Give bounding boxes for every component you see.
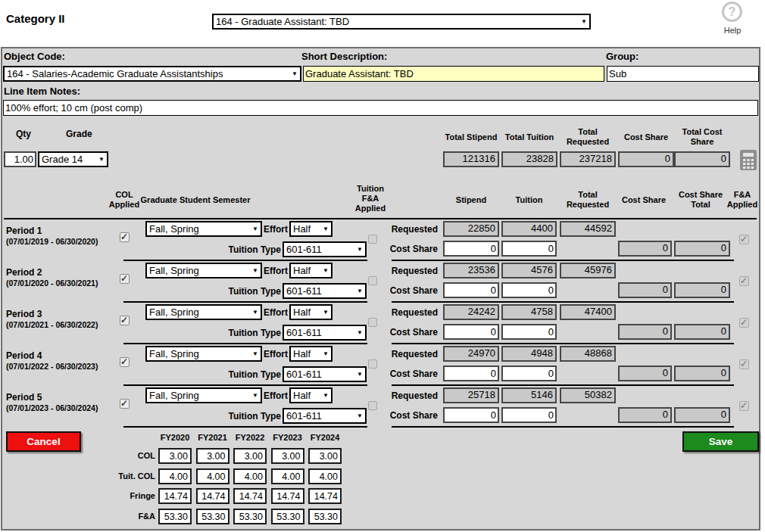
rate-input[interactable] bbox=[233, 488, 267, 504]
cost-share-stipend-input[interactable] bbox=[443, 366, 499, 381]
rate-input[interactable] bbox=[233, 509, 267, 524]
requested-tuition-field: 4576 bbox=[501, 263, 557, 278]
grade-select[interactable]: Grade 14 ▼ bbox=[38, 151, 108, 167]
cost-share-field: 0 bbox=[618, 407, 672, 423]
cost-share-stipend-input[interactable] bbox=[443, 282, 499, 298]
short-description-label: Short Description: bbox=[301, 51, 387, 62]
chevron-down-icon: ▼ bbox=[581, 19, 587, 25]
cost-share-tuition-input[interactable] bbox=[501, 366, 557, 381]
effort-select[interactable]: Half ▼ bbox=[289, 221, 333, 237]
period-name: Period 4 bbox=[6, 350, 42, 361]
tuition-type-select[interactable]: 601-611 ▼ bbox=[283, 283, 367, 299]
period-row: Period 2 (07/01/2020 - 06/30/2021) Fall,… bbox=[2, 261, 759, 303]
requested-total-field: 45976 bbox=[560, 263, 616, 278]
effort-select[interactable]: Half ▼ bbox=[289, 304, 333, 320]
requested-stipend-field: 22850 bbox=[443, 221, 499, 237]
rate-input[interactable] bbox=[308, 468, 342, 484]
effort-select-value: Half bbox=[293, 306, 311, 318]
semester-select[interactable]: Fall, Spring ▼ bbox=[145, 304, 262, 320]
cost-share-stipend-input[interactable] bbox=[443, 324, 499, 340]
cost-share-stipend-input[interactable] bbox=[443, 407, 499, 423]
total-value-field: 0 bbox=[674, 151, 730, 167]
calculator-icon[interactable] bbox=[740, 150, 757, 173]
period-dates: (07/01/2023 - 06/30/2024) bbox=[6, 403, 98, 412]
cost-share-tuition-input[interactable] bbox=[501, 407, 557, 423]
effort-select-value: Half bbox=[293, 348, 311, 359]
rate-input[interactable] bbox=[196, 468, 230, 484]
col-applied-checkbox[interactable] bbox=[120, 232, 130, 242]
col-applied-checkbox[interactable] bbox=[120, 357, 130, 367]
group-input[interactable] bbox=[607, 66, 759, 82]
row-divider-left bbox=[123, 426, 367, 428]
rate-input[interactable] bbox=[233, 448, 267, 464]
tuition-type-select[interactable]: 601-611 ▼ bbox=[283, 408, 367, 424]
rate-row: Tuit. COL bbox=[2, 468, 759, 484]
line-item-select[interactable]: 164 - Graduate Assistant: TBD ▼ bbox=[212, 14, 591, 30]
total-value-field: 237218 bbox=[560, 151, 616, 167]
semester-select[interactable]: Fall, Spring ▼ bbox=[145, 387, 262, 403]
qty-input[interactable] bbox=[4, 151, 36, 167]
rate-input[interactable] bbox=[271, 509, 304, 524]
rate-input[interactable] bbox=[158, 468, 192, 484]
semester-select[interactable]: Fall, Spring ▼ bbox=[145, 221, 262, 237]
semester-select-value: Fall, Spring bbox=[149, 223, 199, 235]
cost-share-field: 0 bbox=[618, 324, 672, 340]
semester-select[interactable]: Fall, Spring ▼ bbox=[145, 346, 262, 362]
cost-share-tuition-input[interactable] bbox=[501, 282, 557, 298]
short-description-input[interactable] bbox=[303, 66, 604, 82]
rate-input[interactable] bbox=[308, 488, 342, 504]
requested-stipend-field: 23536 bbox=[443, 263, 499, 278]
tuition-type-select-value: 601-611 bbox=[286, 327, 322, 338]
fiscal-year-header: FY2023 bbox=[270, 433, 305, 443]
help-icon[interactable]: ? bbox=[722, 2, 742, 22]
tuition-type-select[interactable]: 601-611 ▼ bbox=[283, 241, 367, 257]
cost-share-tuition-input[interactable] bbox=[501, 324, 557, 340]
cost-share-total-field: 0 bbox=[674, 407, 730, 423]
cost-share-stipend-input[interactable] bbox=[443, 241, 499, 257]
cost-share-tuition-input[interactable] bbox=[501, 241, 557, 257]
object-code-select[interactable]: 164 - Salaries-Academic Graduate Assista… bbox=[3, 66, 301, 82]
line-item-notes-input[interactable] bbox=[3, 100, 758, 116]
rate-input[interactable] bbox=[158, 488, 192, 504]
cost-share-field: 0 bbox=[618, 241, 672, 257]
effort-select[interactable]: Half ▼ bbox=[289, 263, 333, 278]
rate-input[interactable] bbox=[308, 509, 342, 524]
tuition-type-select[interactable]: 601-611 ▼ bbox=[283, 366, 367, 382]
chevron-down-icon: ▼ bbox=[323, 310, 329, 316]
question-mark-glyph: ? bbox=[729, 5, 736, 19]
tuition-type-label: Tuition Type bbox=[224, 411, 281, 422]
rate-input[interactable] bbox=[196, 488, 230, 504]
semester-select[interactable]: Fall, Spring ▼ bbox=[145, 263, 262, 278]
requested-tuition-field: 4758 bbox=[501, 304, 557, 320]
rate-input[interactable] bbox=[158, 448, 192, 464]
chevron-down-icon: ▼ bbox=[357, 372, 363, 378]
rate-input[interactable] bbox=[271, 448, 304, 464]
effort-select[interactable]: Half ▼ bbox=[289, 346, 333, 362]
rate-input[interactable] bbox=[271, 468, 304, 484]
period-row: Period 1 (07/01/2019 - 06/30/2020) Fall,… bbox=[2, 219, 759, 261]
rate-input[interactable] bbox=[271, 488, 304, 504]
rate-input[interactable] bbox=[196, 509, 230, 524]
tuition-type-select[interactable]: 601-611 ▼ bbox=[283, 325, 367, 341]
chevron-down-icon: ▼ bbox=[323, 268, 329, 274]
col-applied-checkbox[interactable] bbox=[120, 316, 130, 325]
requested-tuition-field: 4400 bbox=[501, 221, 557, 237]
effort-select-value: Half bbox=[293, 390, 311, 401]
rate-input[interactable] bbox=[196, 448, 230, 464]
cost-share-field: 0 bbox=[618, 282, 672, 298]
period-row: Period 4 (07/01/2022 - 06/30/2023) Fall,… bbox=[2, 344, 759, 386]
rate-input[interactable] bbox=[233, 468, 267, 484]
cost-share-total-field: 0 bbox=[674, 282, 730, 298]
tuition-fa-applied-checkbox bbox=[368, 235, 377, 244]
col-applied-checkbox[interactable] bbox=[120, 399, 130, 409]
period-dates: (07/01/2019 - 06/30/2020) bbox=[6, 237, 98, 246]
effort-select[interactable]: Half ▼ bbox=[289, 387, 333, 403]
fiscal-year-header: FY2024 bbox=[308, 433, 342, 443]
rate-input[interactable] bbox=[308, 448, 342, 464]
chevron-down-icon: ▼ bbox=[357, 330, 363, 336]
chevron-down-icon: ▼ bbox=[323, 393, 329, 399]
chevron-down-icon: ▼ bbox=[252, 310, 258, 316]
rate-input[interactable] bbox=[158, 509, 192, 524]
col-applied-checkbox[interactable] bbox=[120, 274, 130, 284]
period-name: Period 1 bbox=[6, 226, 42, 236]
